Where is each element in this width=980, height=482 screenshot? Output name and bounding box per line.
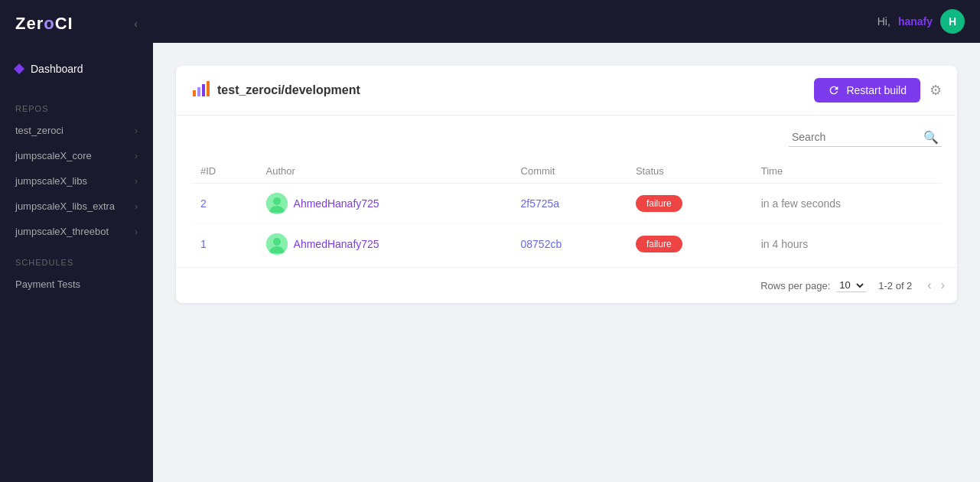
avatar-2	[266, 233, 288, 255]
status-badge-1: failure	[636, 195, 682, 212]
status-badge-2: failure	[636, 236, 682, 252]
card-header-actions: Restart build ⚙	[814, 78, 942, 103]
builds-table: #ID Author Commit Status Time 2	[191, 159, 942, 264]
page-info: 1-2 of 2	[878, 280, 912, 291]
sidebar-item-jumpscalex-libs-extra-label: jumpscaleX_libs_extra	[15, 200, 115, 212]
svg-point-7	[273, 238, 281, 246]
sidebar-item-dashboard-label: Dashboard	[31, 63, 83, 75]
cell-author-2: AhmedHanafy725	[257, 224, 512, 265]
main-area: Hi, hanafy H	[153, 0, 980, 482]
cell-time-2: in 4 hours	[752, 224, 942, 265]
topbar: Hi, hanafy H	[153, 0, 980, 43]
col-time: Time	[752, 159, 942, 184]
main-card: test_zeroci/development Restart build ⚙	[176, 66, 957, 303]
restart-icon	[828, 84, 840, 96]
cell-commit-1: 2f5725a	[512, 184, 627, 224]
sidebar-item-test-zeroci[interactable]: test_zeroci ›	[0, 118, 153, 143]
sidebar-item-jumpscalex-libs-label: jumpscaleX_libs	[15, 175, 87, 187]
svg-rect-1	[197, 87, 200, 96]
sidebar-item-jumpscalex-threebot[interactable]: jumpscaleX_threebot ›	[0, 219, 153, 244]
sidebar-item-jumpscalex-core[interactable]: jumpscaleX_core ›	[0, 143, 153, 168]
cell-status-2: failure	[627, 224, 752, 265]
chevron-right-icon: ›	[135, 151, 138, 161]
search-wrap: 🔍	[789, 128, 942, 147]
repo-title-wrap: test_zeroci/development	[191, 80, 360, 102]
svg-rect-0	[193, 90, 196, 96]
content-area: test_zeroci/development Restart build ⚙	[153, 43, 980, 482]
cell-author-1: AhmedHanafy725	[257, 184, 512, 224]
sidebar-item-payment-tests[interactable]: Payment Tests	[0, 272, 153, 297]
page-nav: ‹ ›	[924, 277, 948, 294]
id-link-1[interactable]: 1	[200, 238, 207, 250]
chevron-right-icon: ›	[135, 176, 138, 187]
sidebar-item-jumpscalex-core-label: jumpscaleX_core	[15, 150, 92, 161]
search-icon: 🔍	[923, 130, 939, 145]
avatar: H	[940, 9, 965, 34]
table-area: 🔍 #ID Author Commit Status Time	[176, 116, 957, 264]
rows-per-page-label: Rows per page:	[760, 280, 830, 291]
sidebar-logo-area: ZeroCI ‹	[0, 0, 153, 47]
sidebar-item-test-zeroci-label: test_zeroci	[15, 125, 63, 136]
cell-id-1: 2	[191, 184, 257, 224]
sidebar-item-payment-tests-label: Payment Tests	[15, 278, 80, 290]
diamond-icon	[14, 64, 24, 74]
sidebar-item-jumpscalex-threebot-label: jumpscaleX_threebot	[15, 226, 109, 237]
commit-link-1[interactable]: 2f5725a	[521, 197, 560, 210]
restart-build-button[interactable]: Restart build	[814, 78, 920, 103]
hi-text: Hi,	[877, 15, 890, 28]
table-row: 2	[191, 184, 942, 224]
sidebar-item-dashboard[interactable]: Dashboard	[0, 55, 153, 83]
cell-commit-2: 08752cb	[512, 224, 627, 265]
svg-rect-2	[202, 84, 205, 96]
repo-icon	[191, 80, 210, 102]
avatar-letter: H	[949, 15, 956, 28]
table-head: #ID Author Commit Status Time	[191, 159, 942, 184]
repo-title: test_zeroci/development	[217, 83, 360, 97]
col-commit: Commit	[512, 159, 627, 184]
search-row: 🔍	[191, 128, 942, 147]
prev-page-button[interactable]: ‹	[924, 277, 934, 294]
commit-link-2[interactable]: 08752cb	[521, 238, 562, 250]
col-id: #ID	[191, 159, 257, 184]
sidebar: ZeroCI ‹ Dashboard REPOS test_zeroci › j…	[0, 0, 153, 482]
logo-text: ZeroCI	[15, 14, 73, 34]
cell-status-1: failure	[627, 184, 752, 224]
author-name-1[interactable]: AhmedHanafy725	[294, 197, 379, 210]
col-author: Author	[257, 159, 512, 184]
pagination-row: Rows per page: 10 25 50 1-2 of 2 ‹ ›	[176, 267, 957, 303]
repos-section-label: REPOS	[0, 90, 153, 118]
user-info: Hi, hanafy H	[877, 9, 965, 34]
cell-time-1: in a few seconds	[752, 184, 942, 224]
sidebar-nav: Dashboard	[0, 47, 153, 90]
rows-per-page-select[interactable]: 10 25 50	[836, 278, 866, 292]
table-header-row: #ID Author Commit Status Time	[191, 159, 942, 184]
cell-id-2: 1	[191, 224, 257, 265]
chevron-right-icon: ›	[135, 201, 138, 212]
sidebar-item-jumpscalex-libs[interactable]: jumpscaleX_libs ›	[0, 168, 153, 194]
next-page-button[interactable]: ›	[938, 277, 948, 294]
sidebar-collapse-icon[interactable]: ‹	[134, 18, 138, 30]
username-text: hanafy	[898, 15, 933, 28]
rows-per-page: Rows per page: 10 25 50	[760, 278, 866, 292]
table-body: 2	[191, 184, 942, 265]
search-input[interactable]	[789, 128, 942, 147]
restart-build-label: Restart build	[846, 84, 907, 96]
col-status: Status	[627, 159, 752, 184]
id-link-2[interactable]: 2	[200, 197, 207, 210]
table-row: 1	[191, 224, 942, 265]
logo-o: o	[44, 14, 54, 33]
chevron-right-icon: ›	[135, 226, 138, 237]
author-name-2[interactable]: AhmedHanafy725	[294, 238, 379, 250]
avatar-1	[266, 193, 288, 214]
settings-icon[interactable]: ⚙	[930, 82, 942, 99]
chevron-right-icon: ›	[135, 125, 138, 136]
svg-rect-3	[207, 81, 210, 96]
svg-point-5	[273, 197, 281, 205]
schedules-section-label: SCHEDULES	[0, 244, 153, 272]
sidebar-item-jumpscalex-libs-extra[interactable]: jumpscaleX_libs_extra ›	[0, 194, 153, 219]
card-header: test_zeroci/development Restart build ⚙	[176, 66, 957, 116]
